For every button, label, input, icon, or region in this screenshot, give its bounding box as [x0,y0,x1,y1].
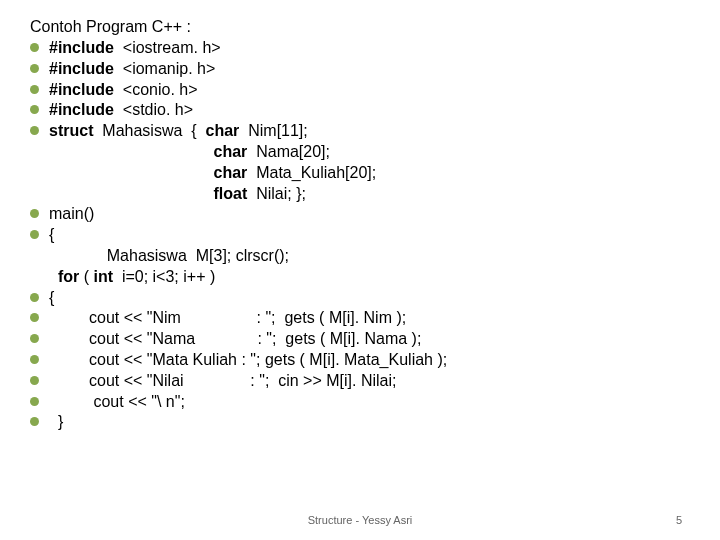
slide-content: Contoh Program C++ : #include <iostream.… [0,0,720,443]
bullet-icon [30,126,39,135]
bullet-icon [30,64,39,73]
bullet-icon [30,43,39,52]
code-line: char Nama[20]; [30,142,690,163]
code-line: #include <iostream. h> [30,38,690,59]
code-line: cout << "\ n"; [30,392,690,413]
code-text: struct Mahasiswa { char Nim[11]; [49,121,308,142]
code-text: #include <conio. h> [49,80,198,101]
code-text: } [49,412,63,433]
code-text: cout << "\ n"; [49,392,185,413]
code-text: #include <iomanip. h> [49,59,215,80]
code-text: #include <iostream. h> [49,38,221,59]
code-text: { [49,225,54,246]
code-text: #include <stdio. h> [49,100,193,121]
code-text: main() [49,204,94,225]
code-text: float Nilai; }; [49,184,306,205]
code-line: #include <stdio. h> [30,100,690,121]
code-line: Mahasiswa M[3]; clrscr(); [30,246,690,267]
footer-center: Structure - Yessy Asri [308,514,413,526]
bullet-icon [30,334,39,343]
bullet-icon [30,105,39,114]
code-line: cout << "Mata Kuliah : "; gets ( M[i]. M… [30,350,690,371]
code-line: main() [30,204,690,225]
bullet-icon [30,376,39,385]
footer: Structure - Yessy Asri 5 [0,514,720,526]
bullet-icon [30,85,39,94]
bullet-icon [30,209,39,218]
code-text: char Mata_Kuliah[20]; [49,163,376,184]
code-line: char Mata_Kuliah[20]; [30,163,690,184]
code-text: char Nama[20]; [49,142,330,163]
code-text: for ( int i=0; i<3; i++ ) [49,267,215,288]
code-listing: #include <iostream. h>#include <iomanip.… [30,38,690,433]
code-line: { [30,288,690,309]
code-line: #include <iomanip. h> [30,59,690,80]
code-text: cout << "Nilai : "; cin >> M[i]. Nilai; [49,371,396,392]
code-line: cout << "Nama : "; gets ( M[i]. Nama ); [30,329,690,350]
code-line: cout << "Nim : "; gets ( M[i]. Nim ); [30,308,690,329]
code-line: for ( int i=0; i<3; i++ ) [30,267,690,288]
code-text: Mahasiswa M[3]; clrscr(); [49,246,289,267]
page-number: 5 [676,514,682,526]
code-line: cout << "Nilai : "; cin >> M[i]. Nilai; [30,371,690,392]
bullet-icon [30,293,39,302]
code-line: } [30,412,690,433]
bullet-icon [30,417,39,426]
bullet-icon [30,355,39,364]
slide-title: Contoh Program C++ : [30,18,690,36]
bullet-icon [30,313,39,322]
code-line: #include <conio. h> [30,80,690,101]
code-line: float Nilai; }; [30,184,690,205]
code-line: { [30,225,690,246]
bullet-icon [30,397,39,406]
code-text: cout << "Nama : "; gets ( M[i]. Nama ); [49,329,421,350]
bullet-icon [30,230,39,239]
code-text: cout << "Nim : "; gets ( M[i]. Nim ); [49,308,406,329]
code-text: cout << "Mata Kuliah : "; gets ( M[i]. M… [49,350,447,371]
code-text: { [49,288,54,309]
code-line: struct Mahasiswa { char Nim[11]; [30,121,690,142]
